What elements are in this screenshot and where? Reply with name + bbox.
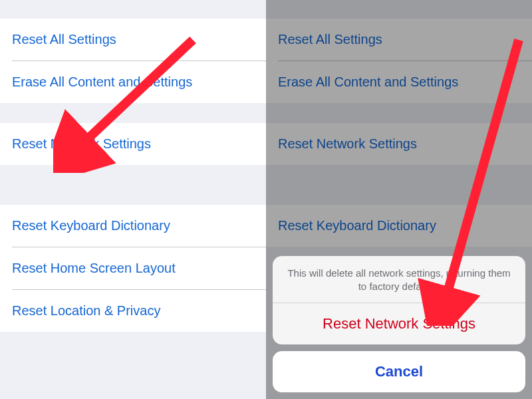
reset-all-settings-row[interactable]: Reset All Settings (0, 19, 266, 61)
cancel-button[interactable]: Cancel (273, 351, 525, 392)
reset-location-privacy-row[interactable]: Reset Location & Privacy (0, 290, 266, 332)
erase-all-content-row[interactable]: Erase All Content and Settings (0, 61, 266, 103)
reset-home-screen-row[interactable]: Reset Home Screen Layout (0, 247, 266, 289)
reset-network-settings-row[interactable]: Reset Network Settings (0, 123, 266, 165)
action-sheet-message: This will delete all network settings, r… (273, 256, 525, 303)
action-sheet: This will delete all network settings, r… (266, 249, 532, 400)
reset-keyboard-dictionary-row[interactable]: Reset Keyboard Dictionary (0, 205, 266, 247)
confirm-reset-network-button[interactable]: Reset Network Settings (273, 303, 525, 344)
reset-options-list: Reset All Settings Erase All Content and… (0, 0, 266, 332)
reset-group-2: Reset Network Settings (0, 123, 266, 165)
reset-group-3: Reset Keyboard Dictionary Reset Home Scr… (0, 205, 266, 332)
reset-settings-pane-left: Reset All Settings Erase All Content and… (0, 0, 266, 399)
action-sheet-cancel-panel: Cancel (273, 351, 525, 392)
reset-group-1: Reset All Settings Erase All Content and… (0, 19, 266, 103)
reset-settings-pane-right: Reset All Settings Erase All Content and… (266, 0, 532, 399)
action-sheet-panel: This will delete all network settings, r… (273, 256, 525, 345)
